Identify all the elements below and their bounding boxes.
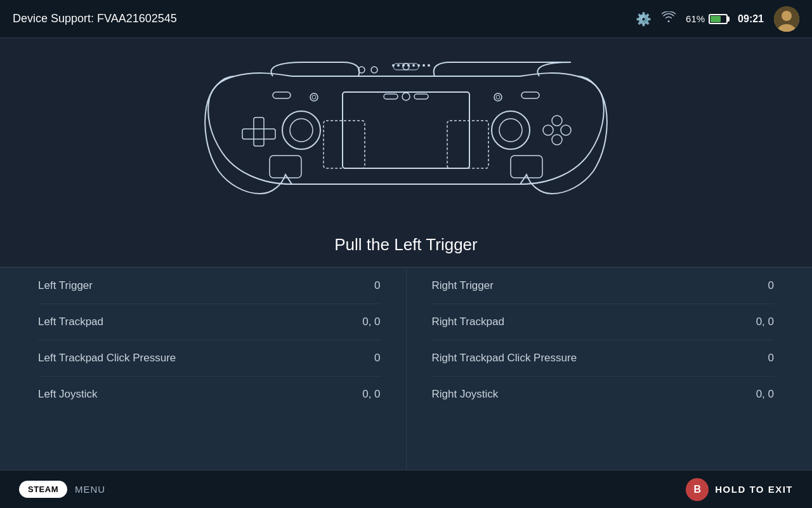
table-row: Right Trigger 0 [432,268,775,304]
battery-percent: 61% [686,13,705,24]
data-label: Left Trackpad [38,316,103,328]
svg-point-1 [782,11,792,21]
battery-indicator: 61% [686,13,728,24]
controller-area: Pull the Left Trigger [0,38,812,267]
data-value: 0, 0 [362,388,380,401]
header-right: ⚙️ 61% 09:21 [636,6,799,32]
svg-point-23 [397,64,400,67]
svg-point-37 [494,93,502,101]
steam-button[interactable]: STEAM [19,481,67,498]
svg-point-29 [428,64,430,67]
svg-point-15 [552,135,562,145]
svg-rect-34 [521,92,539,98]
instruction-text: Pull the Left Trigger [334,235,477,255]
svg-point-9 [499,119,522,142]
data-value: 0, 0 [362,316,380,328]
svg-rect-33 [273,92,291,98]
svg-point-12 [552,116,562,126]
svg-rect-10 [254,117,264,146]
table-row: Right Trackpad Click Pressure 0 [432,340,775,377]
data-section: Left Trigger 0 Left Trackpad 0, 0 Left T… [0,268,812,470]
svg-point-32 [402,93,410,100]
table-row: Right Joystick 0, 0 [432,377,775,412]
svg-rect-31 [414,94,428,99]
svg-point-27 [417,64,420,67]
table-row: Left Trigger 0 [38,268,381,304]
svg-rect-11 [242,129,275,139]
svg-point-26 [412,64,415,67]
svg-point-38 [496,95,500,99]
data-label: Right Trigger [432,279,494,292]
data-value: 0 [374,279,380,292]
data-label: Right Trackpad [432,316,504,328]
svg-point-24 [402,64,405,67]
header: Device Support: FVAA21602545 ⚙️ 61% 09:2… [0,0,812,38]
left-data-column: Left Trigger 0 Left Trackpad 0, 0 Left T… [38,268,407,470]
steam-menu: STEAM MENU [19,481,105,498]
time-display: 09:21 [738,13,764,25]
svg-point-8 [492,111,530,149]
data-value: 0 [768,279,774,292]
avatar [774,6,799,32]
svg-rect-30 [384,94,398,99]
controller-diagram [171,57,641,222]
data-label: Left Joystick [38,388,98,401]
footer: STEAM MENU B HOLD TO EXIT [0,470,812,508]
data-label: Right Trackpad Click Pressure [432,352,577,364]
right-data-column: Right Trigger 0 Right Trackpad 0, 0 Righ… [407,268,775,470]
data-value: 0, 0 [756,388,774,401]
settings-icon[interactable]: ⚙️ [636,11,652,27]
table-row: Right Trackpad 0, 0 [432,304,775,340]
svg-point-25 [407,64,410,67]
hold-exit-label: HOLD TO EXIT [715,484,793,495]
svg-point-35 [310,93,318,101]
table-row: Left Joystick 0, 0 [38,377,381,412]
svg-rect-4 [324,121,365,168]
svg-rect-5 [447,121,488,168]
svg-point-13 [561,125,571,135]
data-value: 0 [768,352,774,364]
svg-point-6 [282,111,320,149]
svg-point-22 [392,64,395,67]
hold-to-exit[interactable]: B HOLD TO EXIT [686,478,793,501]
svg-point-7 [290,119,313,142]
svg-point-36 [312,95,316,99]
svg-rect-21 [393,64,419,70]
wifi-icon [662,11,676,26]
svg-point-19 [371,67,377,73]
battery-fill [710,16,721,22]
data-value: 0, 0 [756,316,774,328]
device-title: Device Support: FVAA21602545 [13,12,636,25]
data-label: Left Trigger [38,279,93,292]
data-label: Right Joystick [432,388,499,401]
data-value: 0 [374,352,380,364]
table-row: Left Trackpad 0, 0 [38,304,381,340]
table-row: Left Trackpad Click Pressure 0 [38,340,381,377]
menu-label: MENU [75,484,105,495]
data-label: Left Trackpad Click Pressure [38,352,176,364]
b-button: B [686,478,709,501]
svg-rect-3 [343,92,469,168]
battery-icon [709,14,728,24]
svg-point-28 [422,64,425,67]
svg-point-14 [543,125,553,135]
